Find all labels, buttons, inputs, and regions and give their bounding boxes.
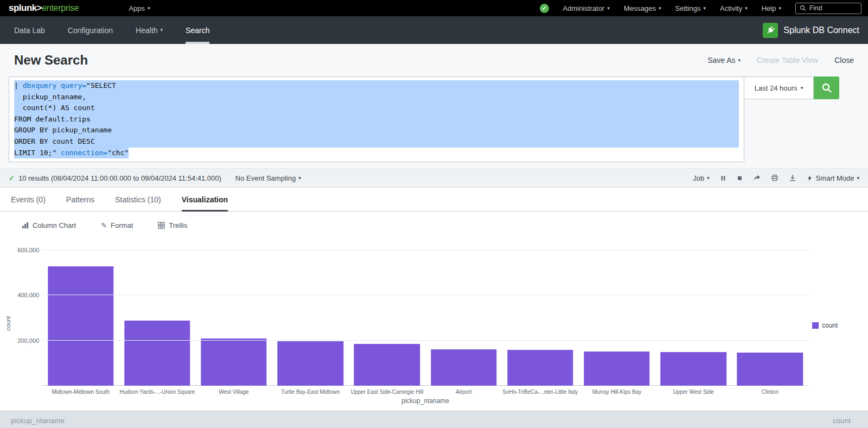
stats-col-count[interactable]: count (833, 417, 851, 428)
share-icon (753, 174, 761, 182)
tab-patterns[interactable]: Patterns (66, 188, 94, 211)
activity-menu[interactable]: Activity ▾ (720, 4, 748, 12)
chart-bar[interactable] (507, 350, 573, 386)
save-as-button[interactable]: Save As ▾ (707, 56, 741, 65)
caret-down-icon: ▾ (659, 6, 661, 11)
check-icon: ✓ (542, 5, 547, 12)
bar-group (349, 250, 425, 386)
chart-bar[interactable] (584, 352, 649, 386)
query-line: FROM default.trips (14, 114, 739, 125)
bar-group (732, 250, 808, 386)
bar-group (195, 250, 272, 386)
bar-group (425, 250, 502, 386)
gridline (42, 340, 808, 341)
chart-bar[interactable] (354, 344, 420, 386)
x-tick-label: West Village (195, 389, 272, 395)
caret-down-icon: ▾ (801, 86, 803, 91)
chart-type-button[interactable]: Column Chart (22, 221, 76, 229)
gridline (42, 295, 808, 295)
run-search-button[interactable] (814, 76, 839, 99)
page-header-actions: Save As ▾ Create Table View Close (707, 56, 854, 65)
trellis-button[interactable]: Trellis (158, 221, 187, 229)
legend-swatch (812, 322, 819, 329)
format-button[interactable]: ✎ Format (101, 221, 133, 229)
caret-down-icon: ▾ (745, 6, 748, 11)
create-table-view-label: Create Table View (757, 56, 818, 65)
messages-menu[interactable]: Messages ▾ (624, 4, 661, 12)
search-section: New Search Save As ▾ Create Table View C… (0, 44, 868, 168)
x-tick-label: Clinton (732, 389, 808, 395)
stats-col-pickup-ntaname[interactable]: pickup_ntaname (11, 417, 65, 428)
pause-job-button[interactable] (720, 175, 726, 182)
print-button[interactable] (771, 174, 778, 182)
chart-bar[interactable] (124, 321, 190, 386)
export-button[interactable] (789, 174, 796, 182)
query-line: LIMIT 10;" connection="chc" (14, 148, 739, 159)
bar-group (119, 250, 195, 386)
y-tick-label: 200,000 (17, 337, 39, 344)
chart-bar[interactable] (277, 341, 343, 386)
x-tick-label: Hudson Yards-...-Union Square (119, 389, 195, 395)
search-query-editor[interactable]: | dbxquery query="SELECT pickup_ntaname,… (9, 76, 744, 162)
appnav-health[interactable]: Health ▾ (124, 16, 174, 44)
print-icon (771, 174, 778, 182)
x-tick-label: Upper West Side (655, 389, 732, 395)
gridline (42, 250, 808, 250)
x-tick-label: Turtle Bay-East Midtown (272, 389, 349, 395)
x-axis-title: pickup_ntaname (42, 397, 808, 405)
results-tabs: Events (0) Patterns Statistics (10) Visu… (0, 188, 868, 212)
caret-down-icon: ▾ (161, 28, 163, 33)
chart-bar[interactable] (431, 349, 496, 386)
tab-statistics[interactable]: Statistics (10) (115, 188, 161, 211)
tab-visualization[interactable]: Visualization (182, 188, 228, 211)
appnav-configuration[interactable]: Configuration (56, 16, 124, 44)
search-icon (821, 82, 832, 93)
export-icon (789, 174, 796, 182)
query-line: pickup_ntaname, (14, 92, 739, 103)
find-search-box[interactable] (795, 3, 861, 14)
query-line: GROUP BY pickup_ntaname (14, 125, 739, 136)
time-range-picker[interactable]: Last 24 hours ▾ (744, 76, 814, 99)
bar-group (502, 250, 578, 386)
bar-group (655, 250, 732, 386)
chart-xlabels: Midtown-Midtown SouthHudson Yards-...-Un… (42, 389, 808, 395)
chart-legend[interactable]: count (812, 322, 838, 329)
settings-menu[interactable]: Settings ▾ (675, 4, 706, 12)
caret-down-icon: ▾ (707, 176, 710, 181)
chart-bars (42, 250, 808, 386)
event-sampling-menu[interactable]: No Event Sampling ▾ (235, 174, 301, 182)
app-nav-bar: Data Lab Configuration Health ▾ Search S… (0, 16, 868, 44)
settings-menu-label: Settings (675, 4, 701, 12)
splunk-logo[interactable]: splunk>enterprise (9, 3, 79, 14)
administrator-menu[interactable]: Administrator ▾ (563, 4, 610, 12)
chart-bar[interactable] (48, 266, 113, 386)
health-status-icon[interactable]: ✓ (540, 4, 549, 13)
chart-bar[interactable] (201, 338, 266, 386)
appnav-search[interactable]: Search (174, 16, 221, 44)
share-job-button[interactable] (753, 174, 761, 182)
activity-menu-label: Activity (720, 4, 742, 12)
chart-bar[interactable] (737, 353, 803, 386)
results-summary: 10 results (08/04/2024 11:00:00.000 to 0… (18, 174, 221, 182)
logo-gt-mark: > (37, 3, 42, 14)
help-menu-label: Help (762, 4, 776, 12)
top-chrome-bar: splunk>enterprise Apps ▾ ✓ Administrator… (0, 0, 868, 16)
stop-job-button[interactable] (737, 175, 743, 181)
appnav-data-lab[interactable]: Data Lab (0, 16, 56, 44)
appnav-configuration-label: Configuration (68, 26, 113, 35)
close-label: Close (834, 56, 854, 65)
search-mode-menu[interactable]: Smart Mode ▾ (807, 174, 859, 182)
chart-bar[interactable] (661, 352, 726, 386)
job-menu[interactable]: Job ▾ (693, 174, 710, 182)
tab-events[interactable]: Events (0) (11, 188, 46, 211)
app-identity[interactable]: Splunk DB Connect (763, 16, 868, 44)
format-label: Format (111, 221, 133, 229)
find-input[interactable] (809, 4, 857, 12)
apps-menu[interactable]: Apps ▾ (129, 4, 150, 12)
logo-splunk-text: splunk (9, 3, 37, 14)
column-chart: count 200,000400,000600,000 Midtown-Midt… (0, 239, 868, 411)
close-button[interactable]: Close (834, 56, 854, 65)
help-menu[interactable]: Help ▾ (762, 4, 781, 12)
bar-group (42, 250, 119, 386)
tab-patterns-label: Patterns (66, 195, 94, 204)
